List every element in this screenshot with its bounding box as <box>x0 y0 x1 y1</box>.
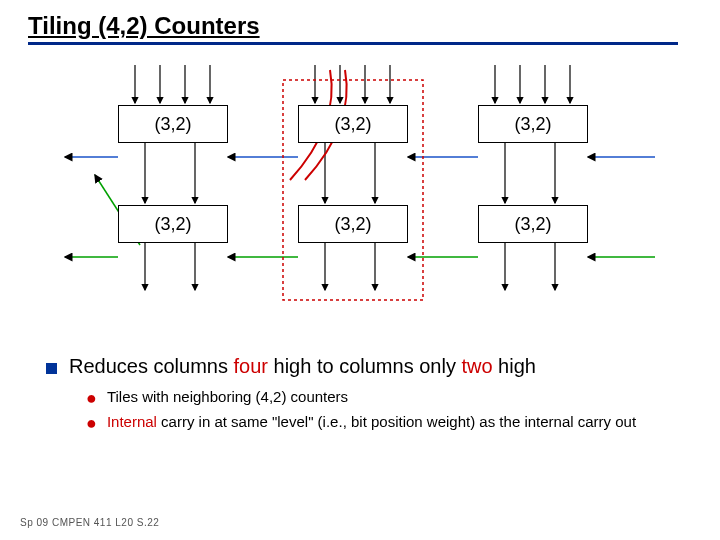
counter-diagram: (3,2) (3,2) (3,2) (3,2) (3,2) (3,2) <box>35 65 685 325</box>
bullet-disc-icon: ● <box>86 414 97 432</box>
main-point: Reduces columns four high to columns onl… <box>28 355 692 432</box>
bullet-disc-icon: ● <box>86 389 97 407</box>
counter-top-2: (3,2) <box>298 105 408 143</box>
counter-bot-2: (3,2) <box>298 205 408 243</box>
counter-bot-3: (3,2) <box>478 205 588 243</box>
counter-top-1: (3,2) <box>118 105 228 143</box>
slide-title: Tiling (4,2) Counters <box>28 12 678 45</box>
counter-bot-1: (3,2) <box>118 205 228 243</box>
sub-point-1: ● Tiles with neighboring (4,2) counters <box>86 388 692 407</box>
slide-footer: Sp 09 CMPEN 411 L20 S.22 <box>20 517 159 528</box>
counter-top-3: (3,2) <box>478 105 588 143</box>
sub-point-2: ● Internal carry in at same "level" (i.e… <box>86 413 692 432</box>
bullet-square-icon <box>46 363 57 374</box>
